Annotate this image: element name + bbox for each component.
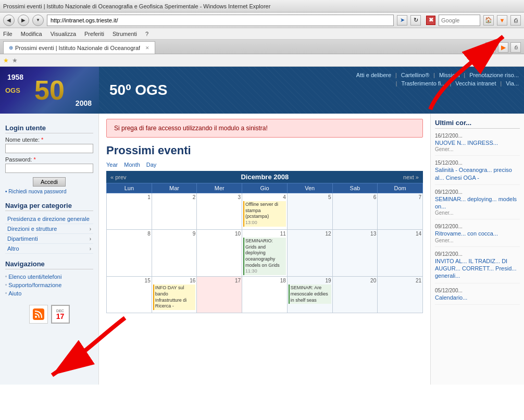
right-sidebar-title: Ultimi cor... bbox=[435, 119, 520, 129]
menu-preferiti[interactable]: Preferiti bbox=[84, 31, 104, 37]
site-header: 1958 50 OGS 2008 50º OGS Atti e delibere… bbox=[0, 67, 524, 114]
cal-day-3[interactable]: 3 bbox=[197, 193, 242, 230]
cal-day-9[interactable]: 9 bbox=[152, 230, 197, 277]
cal-nav-day[interactable]: Day bbox=[146, 162, 157, 168]
cal-day-21[interactable]: 21 bbox=[378, 277, 423, 313]
header-link-trasferimento[interactable]: Trasferimento fi... bbox=[401, 80, 445, 87]
cal-day-2[interactable]: 2 bbox=[152, 193, 197, 230]
logo-year2: 2008 bbox=[76, 99, 92, 107]
home-tab-button[interactable]: 🏠 bbox=[485, 42, 496, 53]
cal-day-8[interactable]: 8 bbox=[107, 230, 152, 277]
cal-day-15[interactable]: 15 bbox=[107, 277, 152, 313]
rss-icon-button[interactable] bbox=[29, 305, 48, 324]
news-link-2[interactable]: Salinità - Oceanogra... preciso al... Ci… bbox=[435, 166, 520, 181]
print-tab-button[interactable]: ⎙ bbox=[510, 42, 521, 53]
cal-nav-year[interactable]: Year bbox=[106, 162, 118, 168]
event-pcstampa[interactable]: Offline server di stampa (pcstampa) 13:0… bbox=[243, 201, 286, 227]
news-link-3[interactable]: SEMINAR... deploying... models on... bbox=[435, 195, 520, 211]
username-input[interactable] bbox=[5, 144, 93, 153]
cal-header: « prev Dicembre 2008 next » bbox=[106, 171, 423, 183]
nav-cat-direzioni[interactable]: Direzioni e strutture › bbox=[5, 224, 93, 234]
rss-tab-button[interactable]: ▶ bbox=[498, 42, 508, 53]
cal-day-11[interactable]: 11 SEMINARIO: Grids and deploying oceano… bbox=[242, 230, 288, 277]
cal-day-16[interactable]: 16 INFO DAY sul bando Infrastrutture di … bbox=[152, 277, 197, 313]
cal-day-7[interactable]: 7 bbox=[378, 193, 423, 230]
search-box[interactable] bbox=[439, 15, 480, 26]
forward-button[interactable]: ▶ bbox=[18, 15, 29, 26]
page-title: Prossimi eventi bbox=[106, 144, 423, 157]
go-button[interactable]: ➤ bbox=[397, 15, 407, 26]
cal-day-13[interactable]: 13 bbox=[332, 230, 378, 277]
tab-close-icon[interactable]: ✕ bbox=[145, 45, 149, 51]
th-ven: Ven bbox=[287, 183, 332, 193]
nav-link-elenco[interactable]: °Elenco utenti/telefoni bbox=[5, 273, 93, 281]
cal-next-button[interactable]: next » bbox=[403, 174, 419, 180]
th-gio: Gio bbox=[242, 183, 288, 193]
event-infoday[interactable]: INFO DAY sul bando Infrastrutture di Ric… bbox=[153, 285, 196, 310]
cal-day-6[interactable]: 6 bbox=[332, 193, 378, 230]
header-link-prenotazione[interactable]: Prenotazione riso... bbox=[469, 72, 519, 78]
header-link-cartellino[interactable]: Cartellino® bbox=[401, 72, 430, 78]
browser-title: Prossimi eventi | Istituto Nazionale di … bbox=[3, 3, 270, 9]
add-bookmark-icon[interactable]: ★ bbox=[3, 57, 9, 64]
dropdown-button[interactable]: ▼ bbox=[32, 15, 44, 26]
news-link-5[interactable]: INVITO AL... IL TRADIZ... DI AUGUR... CO… bbox=[435, 257, 520, 280]
menu-file[interactable]: File bbox=[3, 31, 13, 37]
menu-bar: File Modifica Visualizza Preferiti Strum… bbox=[0, 28, 524, 40]
username-label: Nome utente: * bbox=[5, 137, 93, 143]
login-button[interactable]: Accedi bbox=[33, 177, 66, 187]
header-link-vecchia[interactable]: Vecchia intranet bbox=[455, 80, 496, 87]
home-button[interactable]: 🏠 bbox=[483, 15, 494, 26]
active-tab[interactable]: ⊕ Prossimi eventi | Istituto Nazionale d… bbox=[3, 41, 155, 54]
content-area: Si prega di fare accesso utilizzando il … bbox=[99, 114, 430, 385]
cal-day-4[interactable]: 4 Offline server di stampa (pcstampa) 13… bbox=[242, 193, 288, 230]
news-item-3: 09/12/200... SEMINAR... deploying... mod… bbox=[435, 189, 520, 220]
stop-button[interactable]: ✖ bbox=[426, 16, 435, 25]
menu-modifica[interactable]: Modifica bbox=[21, 31, 42, 37]
menu-strumenti[interactable]: Strumenti bbox=[113, 31, 137, 37]
header-nav-row1: Atti e delibere | Cartellino® | Missioni… bbox=[356, 72, 519, 78]
print-button[interactable]: ⎙ bbox=[510, 15, 521, 26]
address-bar[interactable] bbox=[47, 15, 394, 26]
refresh-button[interactable]: ↻ bbox=[410, 15, 421, 26]
nav-cat-altro[interactable]: Altro › bbox=[5, 244, 93, 254]
cal-prev-button[interactable]: « prev bbox=[110, 174, 127, 180]
rss-button[interactable]: ▼ bbox=[497, 15, 507, 26]
news-link-4[interactable]: Ritrovame... con cocca... bbox=[435, 230, 520, 237]
cal-day-14[interactable]: 14 bbox=[378, 230, 423, 277]
event-mesoscale[interactable]: SEMINAR: Are mesoscale eddies in shelf s… bbox=[289, 285, 331, 304]
cal-day-12[interactable]: 12 bbox=[287, 230, 332, 277]
header-link-atti[interactable]: Atti e delibere bbox=[356, 72, 391, 78]
menu-help[interactable]: ? bbox=[145, 31, 148, 37]
login-form: Nome utente: * Password: * Accedi • Rich… bbox=[5, 137, 93, 194]
header-link-missioni[interactable]: Missioni bbox=[439, 72, 460, 78]
th-mar: Mar bbox=[152, 183, 197, 193]
cal-day-17-today[interactable]: 17 bbox=[197, 277, 242, 313]
nav-cat-presidenza[interactable]: Presidenza e direzione generale bbox=[5, 214, 93, 224]
page-wrapper: 1958 50 OGS 2008 50º OGS Atti e delibere… bbox=[0, 67, 524, 385]
password-input[interactable] bbox=[5, 164, 93, 173]
cal-day-5[interactable]: 5 bbox=[287, 193, 332, 230]
bookmark-manage-icon[interactable]: ★ bbox=[12, 57, 18, 64]
th-mer: Mer bbox=[197, 183, 242, 193]
nav-cat-dipartimenti[interactable]: Dipartimenti › bbox=[5, 234, 93, 244]
forgot-password-link[interactable]: • Richiedi nuova password bbox=[5, 189, 93, 194]
cal-day-18[interactable]: 18 bbox=[242, 277, 288, 313]
cal-day-19[interactable]: 19 SEMINAR: Are mesoscale eddies in shel… bbox=[287, 277, 332, 313]
cal-nav-month[interactable]: Month bbox=[124, 162, 140, 168]
cal-day-1[interactable]: 1 bbox=[107, 193, 152, 230]
cal-week-2: 8 9 10 11 SEMINARIO: Grids and deploying… bbox=[107, 230, 423, 277]
nav-link-supporto[interactable]: °Supporto/formazione bbox=[5, 281, 93, 289]
menu-visualizza[interactable]: Visualizza bbox=[51, 31, 76, 37]
calendar-icon-button[interactable]: DEC 17 bbox=[51, 305, 70, 324]
news-link-6[interactable]: Calendario... bbox=[435, 294, 520, 301]
header-link-via[interactable]: Via... bbox=[506, 80, 519, 87]
back-button[interactable]: ◀ bbox=[3, 15, 15, 26]
nav-link-aiuto[interactable]: °Aiuto bbox=[5, 289, 93, 298]
cal-day-20[interactable]: 20 bbox=[332, 277, 378, 313]
event-grids-seminar[interactable]: SEMINARIO: Grids and deploying oceanogra… bbox=[243, 238, 286, 275]
navigation-title: Navigazione bbox=[5, 260, 93, 269]
cal-day-10[interactable]: 10 bbox=[197, 230, 242, 277]
news-link-1[interactable]: NUOVE N... INGRESS... bbox=[435, 139, 520, 146]
news-item-5: 09/12/200... INVITO AL... IL TRADIZ... D… bbox=[435, 251, 520, 283]
